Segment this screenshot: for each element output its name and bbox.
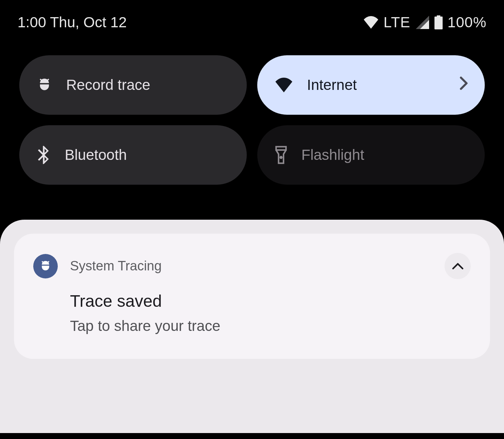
status-right: LTE 100% <box>363 14 486 31</box>
tile-flashlight[interactable]: Flashlight <box>257 125 485 185</box>
tile-label: Internet <box>307 77 467 93</box>
notification-text: Tap to share your trace <box>70 318 471 334</box>
notification-app-name: System Tracing <box>70 259 432 274</box>
battery-percent-text: 100% <box>448 14 486 31</box>
notification-app-icon <box>33 254 58 278</box>
bug-icon <box>39 260 52 272</box>
wifi-status-icon <box>363 16 379 29</box>
quick-settings-panel: Record trace Internet Bluetooth Flashlig… <box>0 31 504 185</box>
notification-header: System Tracing <box>33 253 471 279</box>
tile-record-trace[interactable]: Record trace <box>19 55 247 115</box>
tile-bluetooth[interactable]: Bluetooth <box>19 125 247 185</box>
clock-text: 1:00 Thu, Oct 12 <box>18 14 127 31</box>
chevron-right-icon <box>458 76 469 94</box>
battery-icon <box>434 15 443 29</box>
network-type-text: LTE <box>384 14 411 31</box>
cell-signal-icon <box>415 16 429 29</box>
svg-rect-0 <box>276 147 286 150</box>
chevron-up-icon <box>452 262 464 270</box>
status-bar: 1:00 Thu, Oct 12 LTE 100% <box>0 0 504 31</box>
status-time-date: 1:00 Thu, Oct 12 <box>18 14 127 31</box>
tile-label: Flashlight <box>301 147 467 163</box>
notification-shade: System Tracing Trace saved Tap to share … <box>0 220 504 433</box>
notification-body: Trace saved Tap to share your trace <box>70 291 471 334</box>
tile-label: Bluetooth <box>65 147 229 163</box>
bug-icon <box>37 77 52 93</box>
flashlight-icon <box>275 146 287 164</box>
wifi-icon <box>275 78 293 92</box>
bluetooth-icon <box>37 146 51 164</box>
collapse-button[interactable] <box>444 253 471 279</box>
tile-label: Record trace <box>66 77 229 93</box>
svg-point-1 <box>280 157 282 158</box>
tile-internet[interactable]: Internet <box>257 55 485 115</box>
notification-card[interactable]: System Tracing Trace saved Tap to share … <box>14 234 490 359</box>
notification-title: Trace saved <box>70 291 471 311</box>
